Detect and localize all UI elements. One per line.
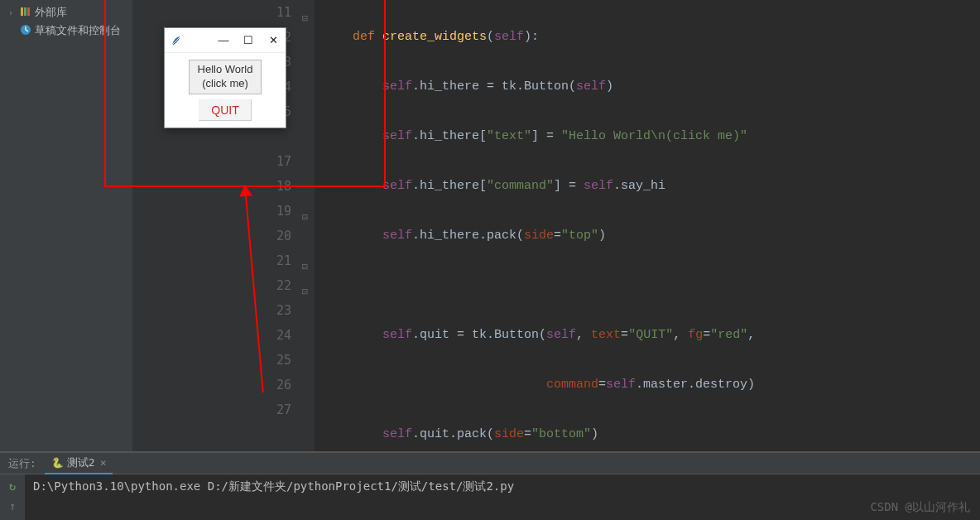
close-icon[interactable]: ×	[100, 456, 107, 469]
fold-icon[interactable]: ⊟	[302, 279, 308, 304]
project-sidebar: › 外部库 草稿文件和控制台	[0, 0, 132, 451]
watermark: CSDN @以山河作礼	[870, 500, 970, 515]
chevron-right-icon: ›	[8, 8, 17, 17]
run-tab-title: 测试2	[67, 455, 95, 470]
rerun-icon[interactable]: ↻	[9, 479, 16, 493]
tkinter-window[interactable]: — ☐ ✕ Hello World(click me) QUIT	[164, 27, 286, 128]
code-area[interactable]: def create_widgets(self): self.hi_there …	[315, 0, 980, 451]
sidebar-label: 草稿文件和控制台	[35, 23, 121, 38]
up-icon[interactable]: ↑	[9, 499, 16, 513]
svg-rect-2	[27, 7, 30, 16]
close-button[interactable]: ✕	[261, 28, 286, 53]
quit-button[interactable]: QUIT	[199, 99, 251, 121]
titlebar[interactable]: — ☐ ✕	[165, 28, 286, 53]
fold-icon[interactable]: ⊟	[302, 254, 308, 279]
svg-rect-1	[24, 7, 26, 16]
tk-body: Hello World(click me) QUIT	[165, 53, 286, 128]
minimize-button[interactable]: —	[211, 28, 236, 53]
hello-button[interactable]: Hello World(click me)	[189, 60, 262, 94]
run-label: 运行:	[0, 456, 45, 471]
library-icon	[20, 6, 31, 20]
console-toolbar: ↻ ↑	[0, 474, 25, 520]
run-tool-bar: 运行: 🐍 测试2 ×	[0, 453, 980, 474]
sidebar-label: 外部库	[35, 5, 67, 20]
fold-icon[interactable]: ⊟	[302, 6, 308, 31]
console-output[interactable]: D:\Python3.10\python.exe D:/新建文件夹/python…	[25, 474, 980, 520]
sidebar-item-scratches[interactable]: 草稿文件和控制台	[0, 22, 132, 40]
fold-icon[interactable]: ⊟	[302, 205, 308, 229]
sidebar-item-external-libs[interactable]: › 外部库	[0, 3, 132, 22]
scratch-icon	[20, 24, 31, 38]
svg-rect-0	[21, 7, 23, 16]
maximize-button[interactable]: ☐	[236, 28, 261, 53]
tk-feather-icon	[170, 34, 183, 47]
run-console: ↻ ↑ D:\Python3.10\python.exe D:/新建文件夹/py…	[0, 474, 980, 520]
python-icon: 🐍	[51, 457, 64, 469]
run-tab[interactable]: 🐍 测试2 ×	[45, 453, 113, 474]
